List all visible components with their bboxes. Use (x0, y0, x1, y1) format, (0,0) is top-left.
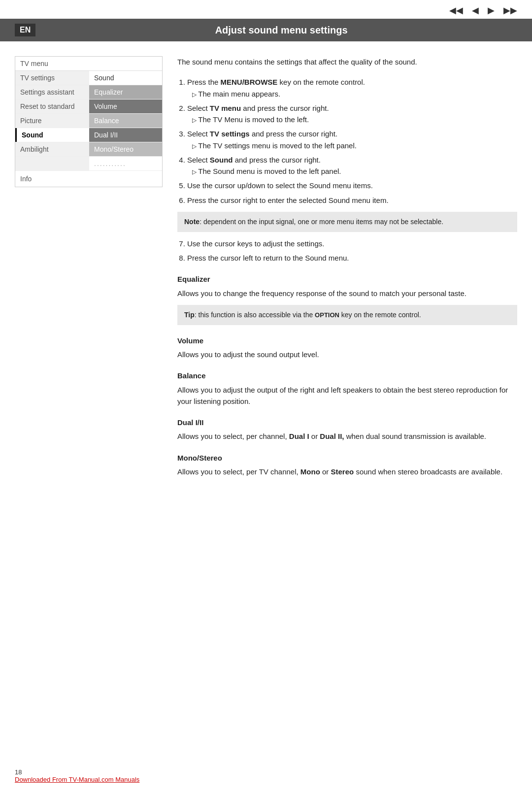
step-1: Press the MENU/BROWSE key on the remote … (187, 76, 517, 100)
step-4-sub: The Sound menu is moved to the left pane… (192, 166, 517, 177)
tip-box-equalizer: Tip: this function is also accessible vi… (177, 305, 517, 325)
left-panel: TV menu TV settings Sound Settings assis… (15, 56, 163, 481)
menu-item-settings-assistant[interactable]: Settings assistant (15, 85, 89, 99)
menu-row-dots: ........... (15, 157, 162, 171)
menu-item-tv-settings[interactable]: TV settings (15, 71, 89, 85)
steps-list-2: Use the cursor keys to adjust the settin… (187, 238, 517, 264)
menu-item-picture[interactable]: Picture (15, 114, 89, 128)
main-content: TV menu TV settings Sound Settings assis… (0, 56, 532, 481)
menu-item-volume[interactable]: Volume (89, 100, 162, 113)
step-6: Press the cursor right to enter the sele… (187, 195, 517, 206)
menu-item-equalizer[interactable]: Equalizer (89, 85, 162, 99)
note-label: Note: dependent on the input signal, one… (184, 218, 443, 226)
page-title: Adjust sound menu settings (45, 25, 517, 36)
footer: 18 Downloaded From TV-Manual.com Manuals (15, 768, 139, 783)
step-8: Press the cursor left to return to the S… (187, 252, 517, 264)
step-3-sub: The TV settings menu is moved to the lef… (192, 140, 517, 151)
page-number: 18 (15, 768, 139, 776)
step-5: Use the cursor up/down to select the Sou… (187, 180, 517, 191)
menu-row-reset: Reset to standard Volume (15, 100, 162, 114)
section-text-balance: Allows you to adjust the output of the r… (177, 384, 517, 407)
menu-info-label: Info (20, 175, 32, 183)
menu-item-reset[interactable]: Reset to standard (15, 100, 89, 113)
intro-text: The sound menu contains the settings tha… (177, 56, 517, 67)
step-2: Select TV menu and press the cursor righ… (187, 102, 517, 126)
menu-row-picture: Picture Balance (15, 114, 162, 128)
arrow-right-icon[interactable]: ▶ (488, 5, 495, 16)
menu-item-dual[interactable]: Dual I/II (89, 128, 162, 142)
step-7: Use the cursor keys to adjust the settin… (187, 238, 517, 249)
menu-item-ambilight[interactable]: Ambilight (15, 142, 89, 156)
arrow-right-double-icon[interactable]: ▶▶ (503, 5, 517, 16)
arrow-left-icon[interactable]: ◀ (472, 5, 479, 16)
note-box: Note: dependent on the input signal, one… (177, 212, 517, 232)
section-heading-mono-stereo: Mono/Stereo (177, 452, 517, 464)
menu-item-mono-stereo[interactable]: Mono/Stereo (89, 142, 162, 156)
steps-list: Press the MENU/BROWSE key on the remote … (187, 76, 517, 206)
skip-back-icon[interactable]: ◀◀ (449, 5, 463, 16)
step-4: Select Sound and press the cursor right.… (187, 154, 517, 177)
footer-link[interactable]: Downloaded From TV-Manual.com Manuals (15, 776, 139, 783)
section-heading-equalizer: Equalizer (177, 273, 517, 285)
menu-item-sound-label: Sound (89, 71, 162, 85)
section-text-equalizer: Allows you to change the frequency respo… (177, 288, 517, 299)
tv-menu-title: TV menu (15, 57, 162, 71)
menu-item-empty (15, 157, 89, 170)
menu-item-dots: ........... (89, 157, 162, 170)
section-text-mono-stereo: Allows you to select, per TV channel, Mo… (177, 466, 517, 477)
step-1-sub: The main menu appears. (192, 88, 517, 100)
menu-row-sound: Sound Dual I/II (15, 128, 162, 142)
menu-item-sound[interactable]: Sound (15, 128, 89, 142)
menu-item-balance[interactable]: Balance (89, 114, 162, 128)
tip-label: Tip: this function is also accessible vi… (184, 311, 421, 319)
tv-menu-box: TV menu TV settings Sound Settings assis… (15, 56, 163, 187)
header-bar: EN Adjust sound menu settings (0, 19, 532, 41)
step-3: Select TV settings and press the cursor … (187, 128, 517, 151)
section-text-volume: Allows you to adjust the sound output le… (177, 349, 517, 360)
step-2-sub: The TV Menu is moved to the left. (192, 114, 517, 125)
menu-info-row: Info (15, 171, 162, 187)
language-label: EN (15, 24, 35, 36)
section-heading-dual: Dual I/II (177, 417, 517, 428)
menu-row-settings-assistant: Settings assistant Equalizer (15, 85, 162, 100)
top-navigation: ◀◀ ◀ ▶ ▶▶ (0, 0, 532, 19)
menu-row-ambilight: Ambilight Mono/Stereo (15, 142, 162, 157)
section-heading-volume: Volume (177, 335, 517, 346)
right-panel: The sound menu contains the settings tha… (177, 56, 517, 481)
section-heading-balance: Balance (177, 370, 517, 381)
section-text-dual: Allows you to select, per channel, Dual … (177, 431, 517, 442)
menu-row-tv-settings: TV settings Sound (15, 71, 162, 85)
